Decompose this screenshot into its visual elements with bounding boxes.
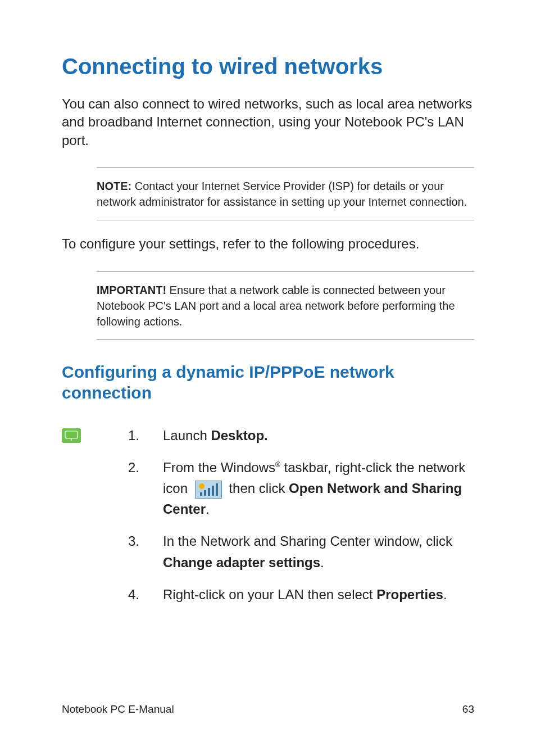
step-body: In the Network and Sharing Center window… (163, 531, 474, 572)
step-body: Right-click on your LAN then select Prop… (163, 584, 474, 605)
text: From the Windows (163, 460, 275, 475)
text: In the Network and Sharing Center window… (163, 533, 452, 549)
important-block: IMPORTANT! Ensure that a network cable i… (97, 271, 474, 340)
text: Right-click on your LAN then select (163, 587, 376, 602)
registered-mark: ® (275, 461, 280, 469)
note-block: NOTE: Contact your Internet Service Prov… (97, 168, 474, 220)
note-text: NOTE: Contact your Internet Service Prov… (97, 178, 474, 210)
intro-paragraph: You can also connect to wired networks, … (62, 95, 474, 150)
note-label: NOTE: (97, 180, 131, 192)
page-footer: Notebook PC E-Manual 63 (62, 703, 474, 716)
step-3: 3. In the Network and Sharing Center win… (128, 531, 474, 572)
step-number: 1. (128, 425, 163, 446)
text: . (443, 587, 447, 602)
important-label: IMPORTANT! (97, 284, 166, 296)
important-text: IMPORTANT! Ensure that a network cable i… (97, 282, 474, 329)
note-body: Contact your Internet Service Provider (… (97, 180, 467, 208)
section-subtitle: Configuring a dynamic IP/PPPoE network c… (62, 361, 474, 404)
page-title: Connecting to wired networks (62, 53, 474, 79)
manual-page: Connecting to wired networks You can als… (0, 0, 536, 756)
bold-text: Properties (376, 587, 443, 602)
step-1: 1. Launch Desktop. (128, 425, 474, 446)
configure-paragraph: To configure your settings, refer to the… (62, 235, 474, 253)
step-body: From the Windows® taskbar, right-click t… (163, 457, 474, 520)
text: . (206, 501, 210, 517)
step-2: 2. From the Windows® taskbar, right-clic… (128, 457, 474, 520)
page-number: 63 (462, 703, 474, 716)
step-4: 4. Right-click on your LAN then select P… (128, 584, 474, 605)
text: . (320, 555, 324, 570)
step-number: 2. (128, 457, 163, 520)
text: Launch (163, 428, 211, 443)
text: then click (225, 481, 289, 496)
svg-rect-0 (62, 428, 81, 443)
step-number: 3. (128, 531, 163, 572)
bold-text: Change adapter settings (163, 555, 320, 570)
touchpad-icon (62, 428, 81, 443)
step-number: 4. (128, 584, 163, 605)
network-icon (195, 481, 222, 499)
bold-text: Desktop. (211, 428, 267, 443)
step-body: Launch Desktop. (163, 425, 474, 446)
steps-list: 1. Launch Desktop. 2. From the Windows® … (62, 425, 474, 605)
doc-title: Notebook PC E-Manual (62, 703, 174, 716)
